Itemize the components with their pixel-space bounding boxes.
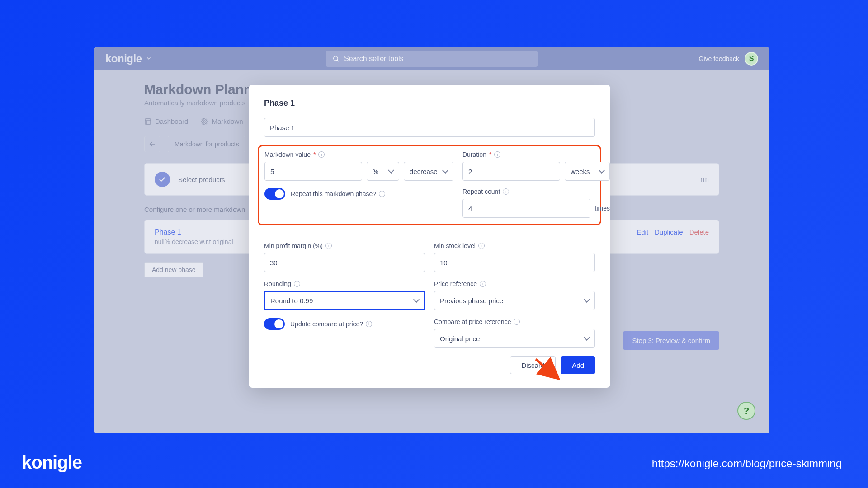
info-icon[interactable]: i — [503, 188, 509, 195]
repeat-count-label: Repeat counti — [462, 188, 610, 195]
tab-markdown[interactable]: Markdown — [201, 117, 243, 125]
rounding-label: Roundingi — [264, 280, 425, 287]
add-phase-button[interactable]: Add new phase — [144, 262, 203, 277]
modal-title: Phase 1 — [264, 99, 595, 108]
info-icon[interactable]: i — [480, 281, 486, 287]
edit-link[interactable]: Edit — [637, 228, 648, 245]
footer-url: https://konigle.com/blog/price-skimming — [652, 457, 842, 470]
search-input[interactable]: Search seller tools — [326, 51, 538, 67]
rounding-select[interactable]: Round to 0.99 — [264, 291, 425, 310]
info-icon[interactable]: i — [294, 281, 300, 287]
cap-ref-label: Compare at price referencei — [434, 318, 595, 325]
min-margin-input[interactable] — [264, 253, 425, 272]
info-icon[interactable]: i — [478, 243, 485, 249]
info-icon[interactable]: i — [326, 243, 332, 249]
unit-select[interactable]: % — [367, 162, 399, 181]
feedback-area: Give feedback S — [699, 52, 759, 66]
svg-line-1 — [337, 60, 339, 61]
breadcrumb-item[interactable]: Markdown for products — [168, 136, 245, 152]
avatar[interactable]: S — [745, 52, 758, 66]
phase-card-title: Phase 1 — [155, 228, 233, 236]
info-icon[interactable]: i — [379, 191, 385, 197]
price-ref-label: Price referencei — [434, 280, 595, 287]
arrow-left-icon — [148, 140, 156, 148]
markdown-value-label: Markdown value*i — [264, 151, 453, 158]
update-cap-toggle[interactable] — [264, 318, 285, 330]
give-feedback-link[interactable]: Give feedback — [699, 55, 740, 62]
min-margin-label: Min profit margin (%)i — [264, 242, 425, 249]
help-fab[interactable]: ? — [737, 402, 755, 420]
price-ref-select[interactable]: Previous phase price — [434, 291, 595, 310]
repeat-count-input[interactable] — [462, 199, 590, 218]
search-icon — [332, 55, 340, 62]
duplicate-link[interactable]: Duplicate — [655, 228, 683, 245]
markdown-value-input[interactable] — [264, 162, 362, 181]
svg-rect-2 — [145, 119, 151, 124]
tab-dashboard[interactable]: Dashboard — [144, 117, 188, 125]
svg-point-5 — [203, 121, 205, 122]
modal-footer: Discard Add — [264, 356, 595, 374]
direction-select[interactable]: decrease — [404, 162, 453, 181]
chevron-down-icon[interactable] — [146, 55, 152, 63]
discard-button[interactable]: Discard — [510, 356, 556, 374]
brand-logo[interactable]: konigle — [105, 52, 142, 65]
info-icon[interactable]: i — [318, 151, 325, 158]
repeat-toggle-label: Repeat this markdown phase?i — [291, 190, 385, 197]
footer-logo: konigle — [22, 452, 82, 473]
dashboard-icon — [144, 118, 151, 125]
search-placeholder: Search seller tools — [344, 55, 404, 63]
duration-input[interactable] — [462, 162, 560, 181]
delete-link[interactable]: Delete — [689, 228, 709, 245]
divider — [264, 234, 595, 234]
duration-unit-select[interactable]: weeks — [565, 162, 610, 181]
min-stock-label: Min stock leveli — [434, 242, 595, 249]
svg-point-0 — [334, 56, 338, 61]
phase-modal: Phase 1 Markdown value*i % decrease Repe… — [249, 85, 610, 388]
info-icon[interactable]: i — [366, 321, 372, 327]
info-icon[interactable]: i — [494, 151, 500, 158]
topbar: konigle Search seller tools Give feedbac… — [94, 47, 769, 70]
info-icon[interactable]: i — [514, 319, 520, 325]
repeat-toggle[interactable] — [264, 188, 285, 200]
cap-ref-select[interactable]: Original price — [434, 329, 595, 348]
duration-label: Duration*i — [462, 151, 610, 158]
back-button[interactable] — [144, 136, 160, 152]
times-label: times — [595, 205, 610, 212]
check-icon — [155, 172, 170, 187]
phase-card-sub: null% decrease w.r.t original — [155, 238, 233, 245]
step3-button[interactable]: Step 3: Preview & confirm — [623, 331, 719, 350]
update-cap-label: Update compare at price?i — [290, 320, 372, 328]
min-stock-input[interactable] — [434, 253, 595, 272]
gear-icon — [201, 118, 208, 125]
highlighted-section: Markdown value*i % decrease Repeat this … — [258, 145, 601, 225]
phase-name-input[interactable] — [264, 118, 595, 137]
add-button[interactable]: Add — [561, 356, 595, 374]
